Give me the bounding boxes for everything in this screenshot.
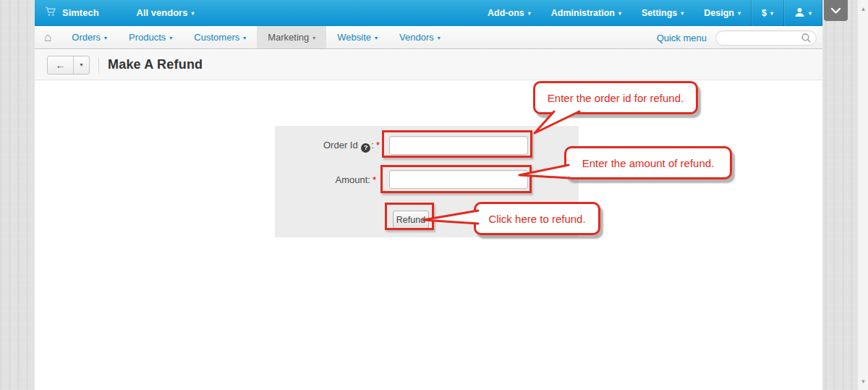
menu-addons-label: Add-ons [488, 8, 524, 18]
topbar-left: Simtech All vendors ▾ [35, 7, 194, 20]
chevron-down-icon: ▾ [243, 35, 246, 41]
vendor-selector[interactable]: All vendors ▾ [137, 7, 195, 18]
topbar-menu: Add-ons ▾ Administration ▾ Settings ▾ De… [477, 0, 822, 26]
back-arrow-icon: ← [56, 59, 66, 71]
chevron-down-icon: ▾ [104, 35, 107, 41]
page-header: ← ▾ Make A Refund [35, 50, 822, 80]
annotation-rect-order-id [382, 130, 532, 158]
back-button-group: ← ▾ [47, 56, 90, 75]
annotation-rect-amount [380, 165, 532, 193]
nav-vendors-label: Vendors [399, 32, 434, 43]
scrollbar[interactable]: ▲ ▼ [857, 0, 868, 390]
order-id-label: Order Id ?:* [275, 140, 380, 153]
menu-design[interactable]: Design ▾ [694, 0, 751, 26]
home-button[interactable]: ⌂ [35, 26, 61, 48]
menu-administration-label: Administration [551, 8, 615, 18]
search-box [715, 30, 817, 46]
nav-orders-label: Orders [72, 32, 101, 43]
chevron-down-icon: ▾ [770, 11, 773, 17]
topbar: Simtech All vendors ▾ Add-ons ▾ Administ… [35, 0, 822, 26]
chevron-down-icon: ▾ [809, 11, 812, 17]
menu-addons[interactable]: Add-ons ▾ [477, 0, 541, 26]
amount-label: Amount:* [275, 174, 376, 185]
label-colon: : [371, 140, 374, 151]
chevron-down-icon: ▾ [312, 35, 315, 41]
nav-item-website[interactable]: Website ▾ [326, 26, 388, 48]
chevron-down-icon: ▾ [375, 35, 378, 41]
callout-refund: Click here to refund. [474, 202, 600, 235]
menu-administration[interactable]: Administration ▾ [541, 0, 631, 26]
search-icon[interactable] [801, 33, 812, 46]
annotation-rect-refund [385, 203, 434, 230]
menu-settings[interactable]: Settings ▾ [631, 0, 694, 26]
chevron-down-icon: ▾ [169, 35, 172, 41]
scroll-down-icon[interactable]: ▼ [858, 378, 868, 386]
back-dropdown-button[interactable]: ▾ [73, 56, 89, 74]
chevron-down-icon: ▾ [528, 11, 531, 17]
back-button[interactable]: ← [48, 56, 73, 74]
nav-item-customers[interactable]: Customers ▾ [183, 26, 257, 48]
brand-logo[interactable]: Simtech [62, 7, 99, 18]
required-mark: * [376, 140, 380, 151]
divider [98, 57, 99, 73]
page-title: Make A Refund [108, 57, 203, 72]
user-icon [794, 7, 805, 20]
vendor-selector-label: All vendors [137, 7, 188, 18]
nav-customers-label: Customers [194, 32, 239, 43]
callout-amount-text: Enter the amount of refund. [582, 157, 715, 169]
currency-label: $ [762, 8, 767, 18]
chevron-down-icon: ▾ [618, 11, 621, 17]
nav-marketing-label: Marketing [268, 32, 309, 43]
main-navbar: ⌂ Orders ▾ Products ▾ Customers ▾ Market… [35, 26, 822, 49]
navbar-right: Quick menu [657, 26, 817, 49]
nav-item-vendors[interactable]: Vendors ▾ [388, 26, 451, 48]
shopping-cart-icon [45, 7, 56, 20]
callout-order-id-text: Enter the order id for refund. [548, 92, 684, 104]
help-icon[interactable]: ? [361, 143, 370, 153]
admin-page: ▲ ▼ Simtech All vendors ▾ [0, 0, 868, 390]
menu-settings-label: Settings [642, 8, 677, 18]
amount-label-text: Amount: [336, 174, 370, 185]
callout-refund-text: Click here to refund. [488, 213, 585, 225]
chevron-down-icon: ▾ [681, 11, 684, 17]
chevron-down-icon: ▾ [738, 11, 741, 17]
currency-selector[interactable]: $ ▾ [751, 0, 783, 26]
chevron-down-icon [830, 4, 841, 17]
nav-item-orders[interactable]: Orders ▾ [61, 26, 118, 48]
nav-item-marketing[interactable]: Marketing ▾ [257, 26, 326, 48]
callout-amount: Enter the amount of refund. [564, 146, 732, 179]
required-mark: * [373, 174, 376, 185]
quick-menu-link[interactable]: Quick menu [657, 33, 707, 43]
chevron-down-icon: ▾ [438, 35, 441, 41]
collapse-topbar-button[interactable] [824, 0, 848, 21]
chevron-down-icon: ▾ [191, 11, 194, 17]
callout-order-id: Enter the order id for refund. [533, 81, 698, 114]
user-account-menu[interactable]: ▾ [783, 0, 822, 26]
nav-products-label: Products [129, 32, 166, 43]
scroll-up-icon[interactable]: ▲ [858, 6, 868, 13]
nav-item-products[interactable]: Products ▾ [118, 26, 183, 48]
chevron-down-icon: ▾ [80, 62, 82, 68]
menu-design-label: Design [704, 8, 734, 18]
home-icon: ⌂ [44, 30, 51, 45]
order-id-label-text: Order Id [323, 140, 358, 151]
nav-website-label: Website [337, 32, 371, 43]
